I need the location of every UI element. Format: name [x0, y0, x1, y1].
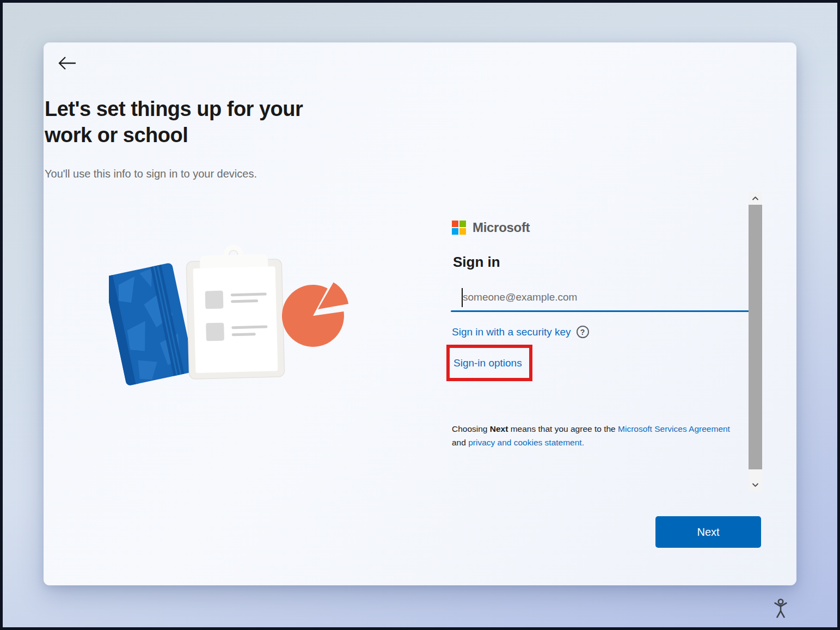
security-key-link[interactable]: Sign in with a security key — [452, 326, 571, 338]
text-caret — [462, 288, 463, 307]
microsoft-wordmark: Microsoft — [473, 220, 530, 235]
signin-options-link[interactable]: Sign-in options — [453, 357, 522, 369]
pie-chart-icon — [282, 283, 348, 347]
privacy-statement-link[interactable]: privacy and cookies statement. — [468, 438, 584, 447]
ms-square-yellow — [459, 228, 466, 235]
agreement-and: and — [452, 438, 468, 447]
oobe-screen: { "setup": { "title_lines": ["Let's set … — [0, 0, 840, 630]
scroll-down-button[interactable] — [749, 478, 762, 491]
signin-heading: Sign in — [453, 254, 500, 271]
scroll-thumb[interactable] — [749, 205, 762, 469]
scroll-track[interactable] — [749, 205, 762, 478]
email-input[interactable] — [451, 285, 750, 309]
agreement-prefix: Choosing — [452, 424, 490, 433]
red-highlight-box: Sign-in options — [446, 345, 532, 381]
back-arrow-icon — [56, 54, 78, 74]
back-button[interactable] — [54, 52, 79, 75]
input-underline — [451, 310, 750, 312]
setup-card: Let's set things up for your work or sch… — [44, 42, 796, 585]
services-agreement-link[interactable]: Microsoft Services Agreement — [618, 424, 730, 433]
ms-square-red — [452, 221, 458, 227]
security-key-row: Sign in with a security key ? — [452, 326, 589, 338]
agreement-text: Choosing Next means that you agree to th… — [452, 422, 736, 449]
next-button[interactable]: Next — [655, 516, 761, 548]
chevron-down-icon — [752, 481, 759, 489]
page-title: Let's set things up for your work or sch… — [45, 96, 303, 148]
microsoft-logo: Microsoft — [452, 220, 530, 235]
scroll-up-button[interactable] — [749, 192, 762, 205]
chevron-up-icon — [752, 194, 759, 203]
page-subtitle: You'll use this info to sign in to your … — [45, 168, 382, 180]
clipboard-icon — [186, 247, 285, 379]
notebook-icon — [109, 262, 195, 386]
agreement-middle: means that you agree to the — [508, 424, 618, 433]
ms-square-blue — [452, 228, 458, 235]
agreement-next-word: Next — [490, 424, 508, 433]
microsoft-four-squares-icon — [452, 221, 466, 235]
ms-square-green — [459, 221, 466, 227]
accessibility-icon — [772, 613, 789, 621]
email-field-wrap — [451, 285, 750, 312]
work-school-illustration — [109, 238, 354, 402]
help-icon[interactable]: ? — [577, 326, 589, 338]
scrollbar[interactable] — [749, 192, 762, 491]
accessibility-button[interactable] — [771, 598, 790, 620]
